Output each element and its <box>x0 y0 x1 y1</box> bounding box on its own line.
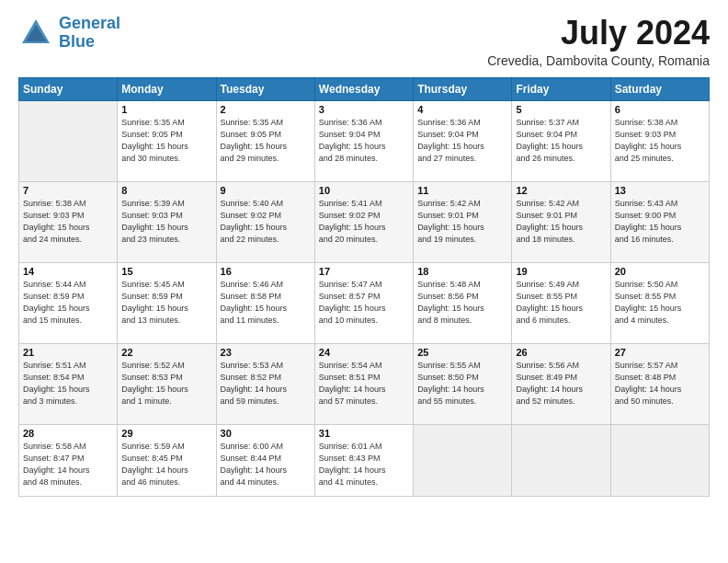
day-info: Sunrise: 5:49 AM Sunset: 8:55 PM Dayligh… <box>516 279 606 327</box>
day-number: 11 <box>417 185 507 196</box>
day-info: Sunrise: 5:47 AM Sunset: 8:57 PM Dayligh… <box>319 279 409 327</box>
day-cell: 22Sunrise: 5:52 AM Sunset: 8:53 PM Dayli… <box>118 343 216 424</box>
day-cell: 25Sunrise: 5:55 AM Sunset: 8:50 PM Dayli… <box>414 343 512 424</box>
day-info: Sunrise: 5:53 AM Sunset: 8:52 PM Dayligh… <box>221 360 311 408</box>
day-info: Sunrise: 5:36 AM Sunset: 9:04 PM Dayligh… <box>319 117 409 165</box>
day-cell: 6Sunrise: 5:38 AM Sunset: 9:03 PM Daylig… <box>610 100 709 181</box>
day-number: 19 <box>516 266 606 277</box>
day-cell: 9Sunrise: 5:40 AM Sunset: 9:02 PM Daylig… <box>216 181 314 262</box>
day-number: 10 <box>319 185 409 196</box>
logo-line1: General <box>59 14 120 32</box>
col-header-thursday: Thursday <box>414 77 512 100</box>
col-header-sunday: Sunday <box>19 77 118 100</box>
day-cell: 5Sunrise: 5:37 AM Sunset: 9:04 PM Daylig… <box>512 100 610 181</box>
day-number: 20 <box>615 266 705 277</box>
day-number: 6 <box>615 104 705 115</box>
day-cell: 12Sunrise: 5:42 AM Sunset: 9:01 PM Dayli… <box>512 181 610 262</box>
day-info: Sunrise: 5:39 AM Sunset: 9:03 PM Dayligh… <box>121 198 211 246</box>
day-number: 27 <box>615 347 705 358</box>
location: Crevedia, Dambovita County, Romania <box>487 53 710 68</box>
day-info: Sunrise: 5:50 AM Sunset: 8:55 PM Dayligh… <box>615 279 705 327</box>
day-info: Sunrise: 5:58 AM Sunset: 8:47 PM Dayligh… <box>23 441 113 488</box>
title-block: July 2024 Crevedia, Dambovita County, Ro… <box>487 15 710 68</box>
day-number: 24 <box>319 347 409 358</box>
day-number: 14 <box>23 266 113 277</box>
day-cell: 26Sunrise: 5:56 AM Sunset: 8:49 PM Dayli… <box>512 343 610 424</box>
day-info: Sunrise: 5:35 AM Sunset: 9:05 PM Dayligh… <box>221 117 311 165</box>
col-header-friday: Friday <box>512 77 610 100</box>
day-cell: 21Sunrise: 5:51 AM Sunset: 8:54 PM Dayli… <box>19 343 118 424</box>
day-cell: 4Sunrise: 5:36 AM Sunset: 9:04 PM Daylig… <box>414 100 512 181</box>
header: General Blue July 2024 Crevedia, Dambovi… <box>18 15 710 68</box>
day-number: 23 <box>221 347 311 358</box>
day-number: 22 <box>121 347 211 358</box>
day-info: Sunrise: 5:44 AM Sunset: 8:59 PM Dayligh… <box>23 279 113 327</box>
day-number: 18 <box>417 266 507 277</box>
day-cell <box>610 424 709 496</box>
day-cell: 19Sunrise: 5:49 AM Sunset: 8:55 PM Dayli… <box>512 262 610 343</box>
day-info: Sunrise: 5:52 AM Sunset: 8:53 PM Dayligh… <box>121 360 211 408</box>
day-cell: 2Sunrise: 5:35 AM Sunset: 9:05 PM Daylig… <box>216 100 314 181</box>
logo-icon <box>18 16 53 51</box>
header-row: SundayMondayTuesdayWednesdayThursdayFrid… <box>19 77 710 100</box>
day-info: Sunrise: 5:48 AM Sunset: 8:56 PM Dayligh… <box>417 279 507 327</box>
day-info: Sunrise: 5:43 AM Sunset: 9:00 PM Dayligh… <box>615 198 705 246</box>
day-info: Sunrise: 5:55 AM Sunset: 8:50 PM Dayligh… <box>417 360 507 408</box>
day-number: 28 <box>23 428 113 439</box>
day-number: 26 <box>516 347 606 358</box>
col-header-tuesday: Tuesday <box>216 77 314 100</box>
day-cell: 11Sunrise: 5:42 AM Sunset: 9:01 PM Dayli… <box>414 181 512 262</box>
day-info: Sunrise: 5:59 AM Sunset: 8:45 PM Dayligh… <box>121 441 211 488</box>
day-number: 31 <box>319 428 409 439</box>
day-cell <box>19 100 118 181</box>
week-row-5: 28Sunrise: 5:58 AM Sunset: 8:47 PM Dayli… <box>19 424 710 496</box>
day-info: Sunrise: 5:46 AM Sunset: 8:58 PM Dayligh… <box>221 279 311 327</box>
calendar-table: SundayMondayTuesdayWednesdayThursdayFrid… <box>18 77 710 497</box>
day-number: 3 <box>319 104 409 115</box>
week-row-2: 7Sunrise: 5:38 AM Sunset: 9:03 PM Daylig… <box>19 181 710 262</box>
day-number: 13 <box>615 185 705 196</box>
day-cell: 8Sunrise: 5:39 AM Sunset: 9:03 PM Daylig… <box>118 181 216 262</box>
day-number: 29 <box>121 428 211 439</box>
day-number: 25 <box>417 347 507 358</box>
col-header-monday: Monday <box>118 77 216 100</box>
day-cell: 10Sunrise: 5:41 AM Sunset: 9:02 PM Dayli… <box>314 181 413 262</box>
logo-text: General Blue <box>59 15 120 52</box>
day-info: Sunrise: 5:41 AM Sunset: 9:02 PM Dayligh… <box>319 198 409 246</box>
day-info: Sunrise: 5:37 AM Sunset: 9:04 PM Dayligh… <box>516 117 606 165</box>
day-info: Sunrise: 5:40 AM Sunset: 9:02 PM Dayligh… <box>221 198 311 246</box>
day-number: 8 <box>121 185 211 196</box>
day-number: 5 <box>516 104 606 115</box>
day-number: 1 <box>121 104 211 115</box>
day-info: Sunrise: 6:01 AM Sunset: 8:43 PM Dayligh… <box>319 441 409 488</box>
week-row-4: 21Sunrise: 5:51 AM Sunset: 8:54 PM Dayli… <box>19 343 710 424</box>
day-info: Sunrise: 5:38 AM Sunset: 9:03 PM Dayligh… <box>23 198 113 246</box>
day-number: 9 <box>221 185 311 196</box>
day-number: 12 <box>516 185 606 196</box>
day-info: Sunrise: 5:36 AM Sunset: 9:04 PM Dayligh… <box>417 117 507 165</box>
day-cell: 7Sunrise: 5:38 AM Sunset: 9:03 PM Daylig… <box>19 181 118 262</box>
logo: General Blue <box>18 15 120 52</box>
day-cell: 31Sunrise: 6:01 AM Sunset: 8:43 PM Dayli… <box>314 424 413 496</box>
day-info: Sunrise: 5:42 AM Sunset: 9:01 PM Dayligh… <box>417 198 507 246</box>
day-cell: 18Sunrise: 5:48 AM Sunset: 8:56 PM Dayli… <box>414 262 512 343</box>
day-cell: 20Sunrise: 5:50 AM Sunset: 8:55 PM Dayli… <box>610 262 709 343</box>
day-cell: 1Sunrise: 5:35 AM Sunset: 9:05 PM Daylig… <box>118 100 216 181</box>
day-cell: 14Sunrise: 5:44 AM Sunset: 8:59 PM Dayli… <box>19 262 118 343</box>
day-number: 4 <box>417 104 507 115</box>
col-header-saturday: Saturday <box>610 77 709 100</box>
day-cell: 29Sunrise: 5:59 AM Sunset: 8:45 PM Dayli… <box>118 424 216 496</box>
day-number: 30 <box>221 428 311 439</box>
day-number: 15 <box>121 266 211 277</box>
day-info: Sunrise: 5:35 AM Sunset: 9:05 PM Dayligh… <box>121 117 211 165</box>
day-info: Sunrise: 5:51 AM Sunset: 8:54 PM Dayligh… <box>23 360 113 408</box>
day-number: 16 <box>221 266 311 277</box>
day-cell: 24Sunrise: 5:54 AM Sunset: 8:51 PM Dayli… <box>314 343 413 424</box>
day-info: Sunrise: 6:00 AM Sunset: 8:44 PM Dayligh… <box>221 441 311 488</box>
day-info: Sunrise: 5:38 AM Sunset: 9:03 PM Dayligh… <box>615 117 705 165</box>
day-cell: 30Sunrise: 6:00 AM Sunset: 8:44 PM Dayli… <box>216 424 314 496</box>
week-row-1: 1Sunrise: 5:35 AM Sunset: 9:05 PM Daylig… <box>19 100 710 181</box>
day-cell: 17Sunrise: 5:47 AM Sunset: 8:57 PM Dayli… <box>314 262 413 343</box>
day-cell: 13Sunrise: 5:43 AM Sunset: 9:00 PM Dayli… <box>610 181 709 262</box>
month-year: July 2024 <box>487 15 710 52</box>
